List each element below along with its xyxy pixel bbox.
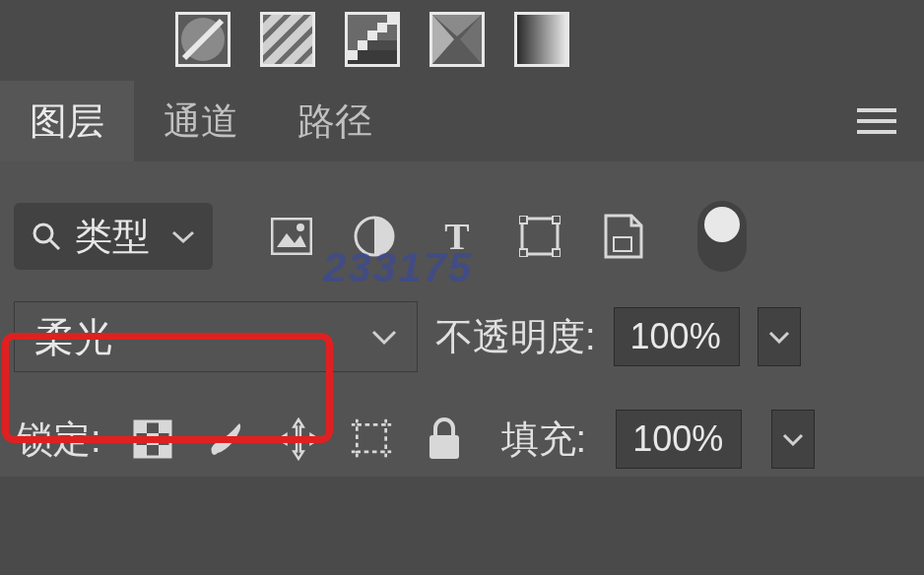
- lock-transparency-icon[interactable]: [131, 417, 174, 461]
- svg-rect-23: [272, 219, 311, 254]
- svg-point-21: [34, 224, 52, 242]
- tab-paths[interactable]: 路径: [268, 81, 402, 161]
- svg-line-22: [50, 240, 59, 249]
- filter-pixel-icon[interactable]: [270, 215, 313, 258]
- svg-rect-35: [135, 421, 147, 433]
- filter-type-dropdown[interactable]: 类型: [14, 203, 213, 270]
- fill-gradient-icon[interactable]: [514, 12, 569, 67]
- blend-mode-dropdown[interactable]: 柔光: [14, 301, 418, 372]
- svg-rect-8: [377, 23, 387, 32]
- svg-rect-9: [387, 15, 397, 25]
- panel-tabs: 图层 通道 路径: [0, 81, 924, 161]
- fill-pixel-icon[interactable]: [345, 12, 400, 67]
- svg-rect-10: [348, 60, 397, 64]
- panel-menu-icon[interactable]: [857, 107, 896, 135]
- svg-rect-40: [357, 424, 385, 452]
- search-icon: [32, 222, 61, 251]
- toggle-knob: [704, 207, 740, 242]
- fill-dropdown-button[interactable]: [771, 410, 815, 469]
- svg-rect-36: [159, 421, 170, 433]
- tab-channels-label: 通道: [164, 96, 238, 147]
- tab-paths-label: 路径: [297, 96, 372, 147]
- filter-text-icon[interactable]: T: [435, 215, 479, 258]
- tab-channels[interactable]: 通道: [134, 81, 268, 161]
- lock-artboard-icon[interactable]: [350, 417, 393, 461]
- filter-toggle[interactable]: [697, 201, 747, 272]
- svg-rect-32: [553, 249, 561, 257]
- blend-mode-value: 柔光: [34, 310, 113, 364]
- lock-position-icon[interactable]: [277, 417, 320, 461]
- tab-layers[interactable]: 图层: [0, 81, 134, 161]
- svg-rect-31: [519, 249, 527, 257]
- layer-filter-row: 类型 T: [0, 179, 924, 293]
- svg-rect-5: [348, 50, 358, 60]
- filter-type-label: 类型: [75, 212, 150, 262]
- chevron-down-icon: [371, 328, 397, 346]
- svg-rect-39: [159, 445, 170, 457]
- lock-all-icon[interactable]: [423, 417, 466, 461]
- lock-brush-icon[interactable]: [204, 417, 247, 461]
- tab-layers-label: 图层: [30, 96, 104, 147]
- fill-value[interactable]: 100%: [616, 410, 742, 469]
- fill-denied-icon[interactable]: [175, 12, 231, 67]
- svg-text:T: T: [444, 217, 469, 256]
- svg-rect-17: [517, 15, 566, 64]
- svg-rect-49: [429, 435, 459, 459]
- chevron-down-icon: [171, 228, 195, 244]
- fill-type-toolbar: [0, 0, 924, 81]
- filter-smartobject-icon[interactable]: [601, 215, 644, 258]
- fill-label[interactable]: 填充:: [501, 415, 587, 465]
- svg-rect-12: [367, 40, 397, 50]
- svg-marker-24: [277, 233, 306, 247]
- opacity-label[interactable]: 不透明度:: [435, 312, 596, 362]
- layers-panel-body: 233175 类型 T: [0, 161, 924, 477]
- opacity-value[interactable]: 100%: [614, 307, 740, 366]
- opacity-dropdown-button[interactable]: [758, 307, 801, 366]
- lock-row: 锁定: 填充: 100%: [0, 380, 924, 477]
- filter-icon-group: T: [270, 215, 644, 258]
- filter-shape-icon[interactable]: [518, 215, 561, 258]
- svg-point-25: [297, 224, 304, 231]
- svg-rect-7: [367, 31, 377, 40]
- svg-rect-11: [358, 50, 397, 60]
- svg-rect-38: [135, 445, 147, 457]
- fill-envelope-icon[interactable]: [429, 12, 485, 67]
- filter-adjustment-icon[interactable]: [353, 215, 396, 258]
- svg-rect-6: [358, 40, 367, 50]
- fill-stripes-icon[interactable]: [260, 12, 315, 67]
- svg-rect-33: [614, 237, 631, 251]
- blend-mode-row: 柔光 不透明度: 100%: [0, 293, 924, 380]
- svg-rect-29: [519, 216, 527, 224]
- svg-rect-37: [147, 433, 159, 445]
- svg-rect-30: [553, 216, 561, 224]
- lock-label: 锁定:: [16, 415, 101, 465]
